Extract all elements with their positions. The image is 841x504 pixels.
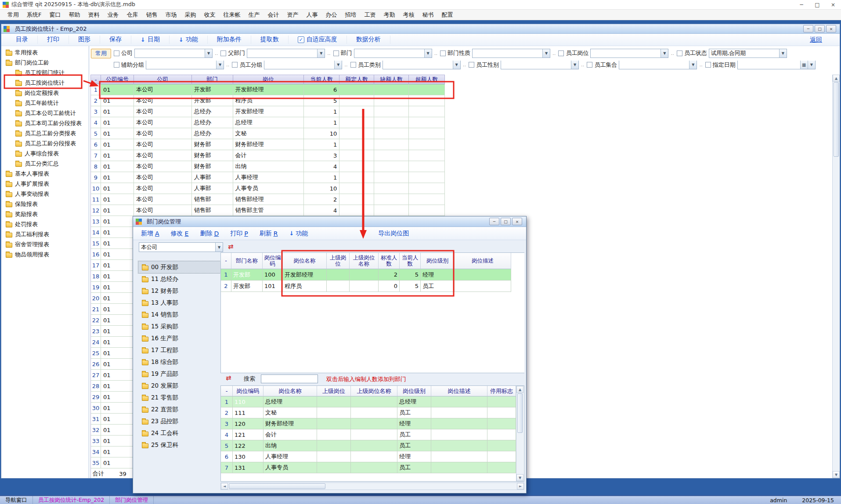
rated-count-cell[interactable] [339, 161, 374, 172]
post-name-cell[interactable]: 开发部经理 [283, 269, 327, 281]
company-code-cell[interactable]: 01 [101, 457, 134, 468]
search-input[interactable] [261, 374, 318, 383]
filter-dropdown[interactable]: ▦ ▼ [590, 49, 668, 58]
table-row[interactable]: 9 01 本公司 人事部 人事经理 1 [91, 172, 445, 183]
dept-name-cell[interactable]: 开发部 [231, 269, 263, 281]
dept-cell[interactable]: 总经办 [192, 106, 233, 117]
toolbar-button[interactable]: ✓ ↓ 打印 [38, 36, 69, 43]
menu-item[interactable]: 资料 [84, 11, 103, 19]
post-code-cell[interactable]: 120 [233, 418, 263, 429]
minimize-icon[interactable]: ─ [803, 25, 813, 32]
table-row[interactable]: 8 01 本公司 财务部 出纳 4 [91, 161, 445, 172]
vertical-scrollbar[interactable]: ▲ ▼ [832, 75, 840, 478]
menu-item[interactable]: 秘书 [418, 11, 437, 19]
chevron-down-icon[interactable]: ▼ [216, 61, 224, 69]
post-row[interactable]: 6 130 人事经理 经理 [221, 451, 516, 462]
post-cell[interactable]: 总经理 [233, 117, 304, 128]
dept-tree-item[interactable]: 00 开发部 [138, 261, 220, 273]
current-count-cell[interactable]: 1 [304, 106, 339, 117]
menu-item[interactable]: 窗口 [45, 11, 65, 19]
tree-item[interactable]: 保险报表 [1, 199, 89, 209]
column-header[interactable]: - [221, 386, 233, 396]
filter-checkbox[interactable] [558, 50, 564, 56]
post-cell[interactable]: 销售部主管 [233, 205, 304, 216]
dept-cell[interactable]: 开发部 [192, 84, 233, 95]
dialog-toolbar-button[interactable]: ↓ 导出岗位图 [378, 230, 411, 238]
company-cell[interactable]: 本公司 [134, 183, 192, 194]
current-count-cell[interactable]: 3 [304, 150, 339, 161]
shortage-count-cell[interactable] [374, 95, 409, 106]
table-row[interactable]: 7 01 本公司 财务部 会计 3 [91, 150, 445, 161]
company-code-cell[interactable]: 01 [101, 436, 134, 446]
scroll-right-icon[interactable]: ► [517, 483, 524, 490]
column-header[interactable]: 当前人数 [304, 75, 339, 84]
current-count-cell[interactable]: 1 [304, 117, 339, 128]
minimize-icon[interactable]: ─ [794, 0, 809, 9]
menu-item[interactable]: 生产 [244, 11, 263, 19]
shortage-count-cell[interactable] [374, 194, 409, 205]
column-header[interactable]: 岗位编码 [263, 253, 283, 269]
dept-tree-item[interactable]: 15 采购部 [138, 320, 220, 332]
post-code-cell[interactable]: 110 [233, 396, 263, 407]
disabled-flag-cell[interactable] [487, 407, 516, 418]
toolbar-button[interactable]: ✓ ↓ 提取数 [251, 36, 289, 43]
post-row[interactable]: 4 121 会计 员工 [221, 429, 516, 440]
rated-count-cell[interactable] [339, 150, 374, 161]
overage-count-cell[interactable] [409, 139, 445, 150]
company-code-cell[interactable]: 01 [101, 348, 134, 359]
menu-item[interactable]: 会计 [263, 11, 283, 19]
standard-count-cell[interactable]: 2 [379, 269, 400, 281]
dept-post-row[interactable]: 1 开发部 100 开发部经理 2 5 经理 [221, 269, 524, 281]
rated-count-cell[interactable] [339, 139, 374, 150]
company-dropdown[interactable]: 本公司 ▼ [139, 242, 223, 252]
restore-icon[interactable]: □ [815, 25, 825, 32]
chevron-down-icon[interactable]: ▼ [317, 49, 325, 58]
standard-count-cell[interactable]: 0 [379, 281, 400, 292]
post-code-cell[interactable]: 101 [263, 281, 283, 292]
dialog-toolbar-button[interactable]: ↓ 修改E [171, 230, 189, 238]
post-row[interactable]: 1 110 总经理 总经理 [221, 396, 516, 407]
menu-item[interactable]: 配置 [437, 11, 457, 19]
shortage-count-cell[interactable] [374, 183, 409, 194]
tree-item[interactable]: 员工本公司工龄统计 [1, 108, 89, 118]
post-code-cell[interactable]: 131 [233, 462, 263, 473]
toolbar-button[interactable]: ✓ ↓ 功能 [170, 36, 208, 43]
tree-item[interactable]: 奖励报表 [1, 209, 89, 219]
superior-post-cell[interactable] [317, 462, 351, 473]
horizontal-scrollbar[interactable]: ◄ ► [220, 482, 524, 490]
filter-checkbox[interactable] [705, 62, 711, 68]
tree-item[interactable]: 常用报表 [1, 47, 89, 58]
dept-tree-item[interactable]: 23 品控部 [138, 415, 220, 427]
company-code-cell[interactable]: 01 [101, 238, 134, 249]
tree-item[interactable]: 处罚报表 [1, 219, 89, 229]
filter-dropdown[interactable]: ▦ ▼ [134, 49, 213, 58]
column-header[interactable]: - [221, 253, 231, 269]
toolbar-button[interactable]: ✓ ↓ 附加条件 [208, 36, 251, 43]
column-header[interactable]: 岗位名称 [283, 253, 327, 269]
menu-item[interactable]: 系统F [23, 11, 45, 19]
post-level-cell[interactable]: 经理 [421, 269, 455, 281]
filter-dropdown[interactable]: 试用期,合同期 ▦ ▼ [709, 49, 787, 58]
menu-item[interactable]: 考勤 [379, 11, 399, 19]
chevron-down-icon[interactable]: ▼ [424, 49, 432, 58]
table-row[interactable]: 12 01 本公司 销售部 销售部主管 4 [91, 205, 445, 216]
dept-tree-item[interactable]: 12 财务部 [138, 285, 220, 297]
overage-count-cell[interactable] [409, 95, 445, 106]
tree-item[interactable]: 员工分类汇总 [1, 158, 89, 169]
dept-tree-item[interactable]: 16 生产部 [138, 332, 220, 344]
overage-count-cell[interactable] [409, 117, 445, 128]
calendar-grid-icon[interactable]: ▦ [800, 61, 808, 69]
tree-item[interactable]: 员工本司工龄分段报表 [1, 118, 89, 128]
post-desc-cell[interactable] [431, 407, 487, 418]
chevron-down-icon[interactable]: ▼ [215, 243, 223, 252]
company-cell[interactable]: 本公司 [134, 84, 192, 95]
transfer-icon[interactable]: ⇄ [226, 375, 231, 382]
post-desc-cell[interactable] [431, 440, 487, 451]
post-desc-cell[interactable] [431, 451, 487, 462]
company-code-cell[interactable]: 01 [101, 128, 134, 139]
current-count-cell[interactable]: 5 [400, 281, 421, 292]
post-level-cell[interactable]: 员工 [397, 440, 431, 451]
dept-post-row[interactable]: 2 开发部 101 程序员 0 5 员工 [221, 281, 524, 292]
dept-cell[interactable]: 开发部 [192, 95, 233, 106]
post-name-cell[interactable]: 会计 [263, 429, 317, 440]
